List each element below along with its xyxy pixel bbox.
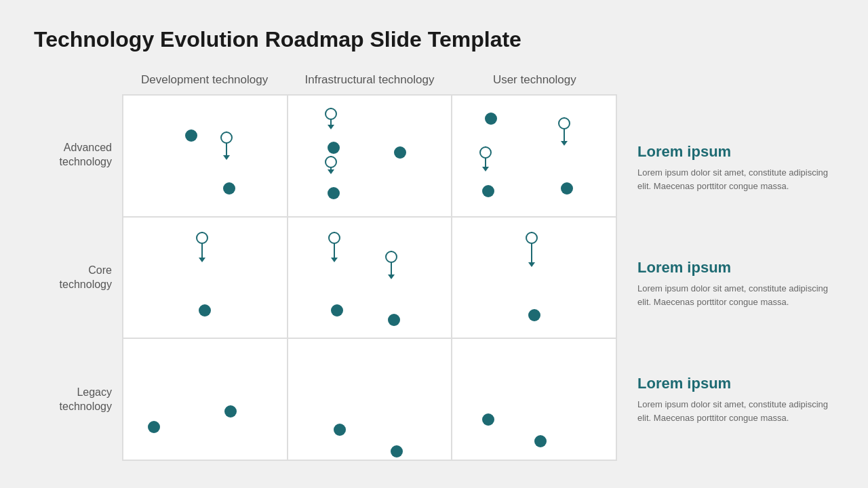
arrow-icon <box>528 262 535 267</box>
dot-filled <box>528 309 540 321</box>
cell-r1c1 <box>123 95 288 217</box>
row-label-legacy: Legacy technology <box>34 386 122 414</box>
column-headers: Development technology Infrastructural t… <box>122 73 617 94</box>
dot-open <box>196 232 208 244</box>
dot-filled <box>391 445 403 458</box>
dot-filled <box>394 146 406 159</box>
slide: Technology Evolution Roadmap Slide Templ… <box>0 0 868 488</box>
legend-title-1: Lorem ipsum <box>637 143 834 161</box>
dot-open <box>385 251 397 263</box>
arrow-icon <box>331 258 338 262</box>
cell-r2c2 <box>288 217 452 339</box>
dot-open <box>558 117 570 129</box>
dot-filled <box>561 182 573 195</box>
arrow-icon <box>388 274 395 279</box>
cell-r2c3 <box>452 217 616 339</box>
arrow-icon <box>482 167 489 171</box>
cell-r3c1 <box>123 338 288 460</box>
legend-text-1: Lorem ipsum dolor sit amet, constitute a… <box>637 166 834 192</box>
arrow-icon <box>328 125 334 129</box>
col-header-user: User technology <box>452 73 617 94</box>
dot-open <box>325 108 337 120</box>
right-panel: Lorem ipsum Lorem ipsum dolor sit amet, … <box>637 73 834 461</box>
dot-open <box>328 232 340 244</box>
legend-item-1: Lorem ipsum Lorem ipsum dolor sit amet, … <box>637 143 834 192</box>
arrow-icon <box>328 169 334 174</box>
dot-open <box>479 146 492 159</box>
dot-filled <box>485 113 497 125</box>
grid-section: Advanced technology Core technology Lega… <box>34 94 617 461</box>
dot-filled <box>223 182 235 195</box>
connector <box>331 232 338 262</box>
connector <box>328 108 334 129</box>
legend-item-3: Lorem ipsum Lorem ipsum dolor sit amet, … <box>637 375 834 424</box>
dot-filled <box>331 304 343 317</box>
row-label-advanced: Advanced technology <box>34 141 122 169</box>
dot-filled <box>185 129 197 142</box>
dot-open <box>526 232 538 244</box>
connector <box>561 117 568 146</box>
connector <box>388 251 395 279</box>
dot-filled <box>334 424 346 436</box>
legend-title-2: Lorem ipsum <box>637 259 834 277</box>
connector <box>528 232 535 267</box>
legend-text-2: Lorem ipsum dolor sit amet, constitute a… <box>637 282 834 308</box>
col-header-development: Development technology <box>122 73 287 94</box>
arrow-icon <box>561 141 568 146</box>
dot-open <box>220 131 233 144</box>
legend-title-3: Lorem ipsum <box>637 375 834 392</box>
cell-r3c2 <box>288 338 452 460</box>
arrow-icon <box>199 258 205 262</box>
legend-item-2: Lorem ipsum Lorem ipsum dolor sit amet, … <box>637 259 834 308</box>
row-label-core: Core technology <box>34 264 122 292</box>
cell-r2c1 <box>123 217 288 339</box>
cell-r1c2 <box>288 95 452 217</box>
connector <box>328 156 334 174</box>
content-area: Development technology Infrastructural t… <box>34 73 834 461</box>
dot-filled <box>224 405 237 418</box>
dot-filled <box>328 187 340 199</box>
left-section: Development technology Infrastructural t… <box>34 73 617 461</box>
connector <box>482 146 489 171</box>
cell-r3c3 <box>452 338 616 460</box>
dot-filled <box>148 421 160 433</box>
dot-open <box>325 156 337 168</box>
connector <box>223 131 230 160</box>
connector <box>199 232 205 262</box>
dot-filled <box>482 413 494 426</box>
dot-filled <box>199 304 211 317</box>
dot-filled <box>328 142 340 154</box>
roadmap-grid <box>122 94 617 461</box>
arrow-icon <box>223 155 230 160</box>
slide-title: Technology Evolution Roadmap Slide Templ… <box>34 27 834 52</box>
cell-r1c3 <box>452 95 616 217</box>
dot-filled <box>534 435 547 447</box>
dot-filled <box>482 185 494 197</box>
dot-filled <box>388 314 400 326</box>
legend-text-3: Lorem ipsum dolor sit amet, constitute a… <box>637 398 834 424</box>
col-header-infrastructural: Infrastructural technology <box>287 73 452 94</box>
row-labels: Advanced technology Core technology Lega… <box>34 94 122 461</box>
